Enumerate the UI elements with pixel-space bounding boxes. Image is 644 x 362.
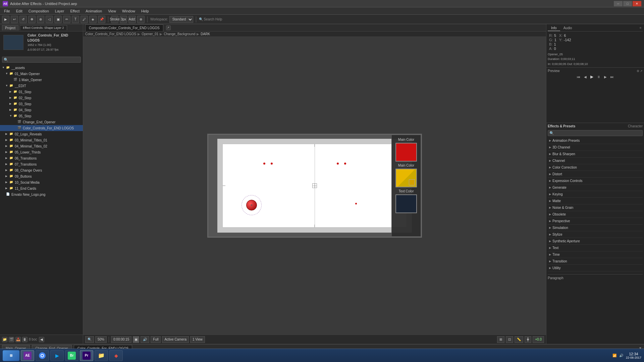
guides-toggle[interactable]: ╋: [525, 336, 531, 343]
main-color-2-swatch[interactable]: [395, 169, 417, 187]
preview-pause-button[interactable]: ⏸: [596, 74, 602, 79]
tool-7[interactable]: ▣: [54, 16, 62, 23]
preview-skip-end-button[interactable]: ⏭: [609, 74, 615, 79]
tree-change-end-opener[interactable]: 🎬 Change_End_Opener: [0, 119, 83, 125]
tree-04-minimal-titles-02[interactable]: ▶ 📁 04_Minimal_Titles_02: [0, 143, 83, 149]
menu-help[interactable]: Help: [139, 8, 152, 14]
preview-settings-icon[interactable]: ⚙: [637, 69, 639, 73]
effect-cat-text[interactable]: ▶ Text: [548, 245, 643, 251]
tool-8[interactable]: ✏: [63, 16, 70, 23]
tab-info[interactable]: Info: [548, 25, 560, 31]
tree-main-opener-folder[interactable]: ▼ 📁 01_Main Opener: [0, 71, 83, 77]
tree-edit-folder[interactable]: ▼ 📁 __EDIT: [0, 83, 83, 89]
taskbar-app-explorer[interactable]: 📁: [95, 350, 108, 361]
breadcrumb-item-1[interactable]: Opener_01: [142, 32, 158, 36]
breadcrumb-item-3[interactable]: DARK: [201, 32, 210, 36]
preview-play-button[interactable]: ▶: [589, 74, 595, 79]
effect-cat-3d-channel[interactable]: ▶ 3D Channel: [548, 144, 643, 151]
info-expand-button[interactable]: ≡: [638, 25, 643, 31]
tree-1-main-opener[interactable]: 🎬 1 Main_Opener: [0, 77, 83, 83]
tree-11-end-cards[interactable]: ▶ 📁 11_End Cards: [0, 185, 83, 191]
effect-cat-distort[interactable]: ▶ Distort: [548, 171, 643, 178]
tool-4[interactable]: ✥: [28, 16, 36, 23]
new-folder-button[interactable]: 📁: [2, 337, 7, 342]
tool-11[interactable]: ◈: [89, 16, 97, 23]
start-button[interactable]: ⊞: [3, 350, 19, 361]
taskbar-app-after-effects[interactable]: AE: [21, 350, 34, 361]
tool-add[interactable]: Add:: [128, 16, 136, 23]
comp-tab-active[interactable]: Composition: Color_Controls_For_END LOGO…: [85, 24, 163, 31]
menu-composition[interactable]: Composition: [26, 8, 52, 14]
project-search-bar[interactable]: 🔍: [2, 57, 81, 63]
preview-skip-start-button[interactable]: ⏮: [576, 74, 582, 79]
menu-file[interactable]: File: [1, 8, 13, 14]
tab-effect-controls[interactable]: Effect Controls: Shape Layer 2: [20, 25, 67, 30]
breadcrumb-item-2[interactable]: Change_Background: [164, 32, 195, 36]
tree-09-buttons[interactable]: ▶ 📁 09_Buttons: [0, 173, 83, 179]
ruler-toggle[interactable]: 📏: [515, 336, 523, 343]
expand-button[interactable]: ↗: [166, 25, 171, 30]
tree-07-transitions[interactable]: ▶ 📁 07_Transitions: [0, 161, 83, 167]
effect-cat-transition[interactable]: ▶ Transition: [548, 258, 643, 265]
tree-03-minimal-titles-01[interactable]: ▶ 📁 03_Minimal_Titles_01: [0, 137, 83, 143]
tool-5[interactable]: ⊕: [37, 16, 44, 23]
effects-search-input[interactable]: [554, 131, 641, 135]
effect-cat-animation-presets[interactable]: ▶ Animation Presets: [548, 137, 643, 144]
tool-1[interactable]: ▶: [2, 16, 9, 23]
effect-cat-time[interactable]: ▶ Time: [548, 251, 643, 258]
tree-02-step[interactable]: ▶ 📁 02_Step: [0, 95, 83, 101]
render-button[interactable]: ▣: [133, 336, 139, 343]
effect-cat-generate[interactable]: ▶ Generate: [548, 184, 643, 191]
effect-cat-color-correction[interactable]: ▶ Color Correction: [548, 164, 643, 171]
effect-cat-utility[interactable]: ▶ Utility: [548, 265, 643, 272]
tree-assets-folder[interactable]: ▼ 📁 __assets: [0, 65, 83, 71]
hide-panel-button[interactable]: ◀: [39, 337, 44, 342]
tool-stroke[interactable]: Stroke: [111, 16, 118, 23]
tree-08-change-overs[interactable]: ▶ 📁 08_Change Overs: [0, 167, 83, 173]
new-comp-button[interactable]: 🎬: [9, 337, 14, 342]
effect-cat-perspective[interactable]: ▶ Perspective: [548, 218, 643, 225]
tab-project[interactable]: Project: [2, 25, 18, 31]
tool-12[interactable]: 📌: [98, 16, 105, 23]
tool-9[interactable]: T: [72, 16, 79, 23]
tree-envato-logo[interactable]: 📄 Envato New_Logo.png: [0, 191, 83, 197]
breadcrumb-item-0[interactable]: Color_Controls_For_END LOGOS: [85, 32, 136, 36]
audio-button[interactable]: 🔊: [141, 336, 149, 343]
menu-edit[interactable]: Edit: [13, 8, 25, 14]
menu-effect[interactable]: Effect: [67, 8, 82, 14]
taskbar-app-premiere[interactable]: Pr: [80, 350, 93, 361]
effect-cat-keying[interactable]: ▶ Keying: [548, 191, 643, 198]
tree-01-step[interactable]: ▶ 📁 01_Step: [0, 89, 83, 95]
effect-cat-stylize[interactable]: ▶ Stylize: [548, 231, 643, 238]
tree-02-logo-reveals[interactable]: ▶ 📁 02_Logo_Reveals: [0, 131, 83, 137]
tree-10-social-media[interactable]: ▶ 📁 10_Social Media: [0, 179, 83, 185]
effect-cat-obsolete[interactable]: ▶ Obsolete: [548, 211, 643, 218]
effect-cat-blur-sharpen[interactable]: ▶ Blur & Sharpen: [548, 151, 643, 158]
delete-button[interactable]: 🗑: [22, 337, 28, 342]
taskbar-app-chrome[interactable]: [36, 350, 49, 361]
tool-10[interactable]: 🖊: [80, 16, 88, 23]
effect-cat-channel[interactable]: ▶ Channel: [548, 158, 643, 164]
tool-2[interactable]: ↩: [11, 16, 18, 23]
safe-zones-toggle[interactable]: ⊡: [506, 336, 513, 343]
main-color-1-swatch[interactable]: [395, 143, 417, 162]
character-tab[interactable]: Character: [628, 124, 643, 128]
tree-03-step[interactable]: ▶ 📁 03_Step: [0, 101, 83, 107]
tool-add2[interactable]: ⊕: [137, 16, 145, 23]
quality-select[interactable]: Full: [151, 336, 161, 343]
tree-06-transitions[interactable]: ▶ 📁 06_Transitions: [0, 155, 83, 161]
taskbar-app-7[interactable]: ◆: [109, 350, 123, 361]
view-count-select[interactable]: 1 View: [190, 336, 205, 343]
menu-animation[interactable]: Animation: [83, 8, 105, 14]
tab-audio[interactable]: Audio: [560, 25, 576, 31]
import-button[interactable]: 📥: [15, 337, 21, 342]
tool-3px[interactable]: 3px: [120, 16, 127, 23]
menu-layer[interactable]: Layer: [52, 8, 67, 14]
tree-05-step[interactable]: ▼ 📁 05_Step: [0, 113, 83, 119]
taskbar-app-media[interactable]: ▶: [50, 350, 64, 361]
camera-select[interactable]: Active Camera: [162, 336, 189, 343]
preview-expand-icon[interactable]: ↗: [640, 69, 643, 73]
effect-cat-noise-grain[interactable]: ▶ Noise & Grain: [548, 204, 643, 211]
tree-05-lower-thirds[interactable]: ▶ 📁 05_Lower_Thirds: [0, 149, 83, 155]
grid-toggle[interactable]: ⊞: [497, 336, 504, 343]
